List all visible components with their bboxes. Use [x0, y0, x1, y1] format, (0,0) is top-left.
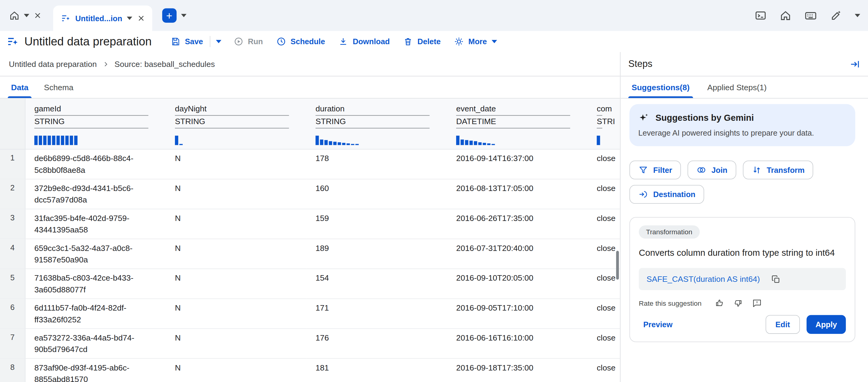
table-cell[interactable]: N — [166, 150, 307, 180]
table-cell[interactable]: 171 — [307, 299, 447, 329]
tab-caret-icon[interactable] — [126, 17, 132, 20]
schedule-button[interactable]: Schedule — [270, 32, 332, 51]
gemini-pen-icon[interactable] — [830, 9, 842, 22]
download-button[interactable]: Download — [332, 32, 397, 51]
collapse-panel-icon[interactable] — [849, 58, 861, 70]
gemini-menu-caret-icon[interactable] — [855, 14, 860, 17]
table-cell[interactable]: close — [588, 359, 620, 382]
table-cell[interactable]: 2016-09-14T16:37:00 — [447, 150, 588, 180]
table-cell[interactable]: close — [588, 209, 620, 239]
editor-tab-untitled[interactable]: Untitled...ion — [53, 5, 152, 31]
table-cell[interactable]: close — [588, 269, 620, 299]
table-row[interactable]: 571638ba5-c803-42ce-b433-3a605d88077fN15… — [0, 269, 620, 299]
run-button[interactable]: Run — [227, 32, 269, 51]
action-destination-button[interactable]: Destination — [629, 185, 704, 204]
table-cell[interactable]: de6b6899-c5d8-466b-88c4-5c8bb0f8ae8a — [25, 150, 166, 180]
suggestion-code-block: SAFE_CAST(duration AS int64) — [639, 268, 846, 290]
table-cell[interactable]: 154 — [307, 269, 447, 299]
column-header[interactable]: event_dateDATETIME — [447, 99, 588, 149]
tab-schema[interactable]: Schema — [36, 76, 82, 98]
cloud-shell-icon[interactable] — [754, 9, 767, 22]
table-cell[interactable]: 6d111b57-fa0b-4f24-82df-ff33a26f0252 — [25, 299, 166, 329]
table-row[interactable]: 331fac395-b4fe-402d-9759-43441395aa58N15… — [0, 209, 620, 239]
table-cell[interactable]: N — [166, 209, 307, 239]
breadcrumb-root[interactable]: Untitled data preparation — [9, 60, 97, 68]
home-tab-close-icon[interactable] — [33, 11, 42, 20]
table-cell[interactable]: 659cc3c1-5a32-4a37-a0c8-91587e50a90a — [25, 239, 166, 269]
table-cell[interactable]: N — [166, 239, 307, 269]
action-join-button[interactable]: Join — [688, 160, 736, 179]
column-histogram-icon[interactable] — [175, 136, 289, 145]
action-transform-button[interactable]: Transform — [743, 160, 813, 179]
delete-button[interactable]: Delete — [397, 32, 447, 51]
save-button[interactable]: Save — [164, 32, 210, 51]
table-cell[interactable]: 2016-09-05T17:10:00 — [447, 299, 588, 329]
table-cell[interactable]: 160 — [307, 180, 447, 210]
table-row[interactable]: 7ea573272-336a-44a5-bd74-90b5d79647cdN17… — [0, 329, 620, 359]
table-cell[interactable]: N — [166, 329, 307, 359]
apply-button[interactable]: Apply — [807, 315, 846, 334]
preview-button[interactable]: Preview — [639, 320, 677, 329]
new-tab-button[interactable]: + — [162, 8, 177, 23]
table-cell[interactable]: close — [588, 239, 620, 269]
tab-close-icon[interactable] — [136, 14, 145, 23]
home-tab-caret-icon[interactable] — [24, 14, 29, 17]
thumb-up-icon[interactable] — [715, 298, 724, 308]
keyboard-icon[interactable] — [804, 9, 817, 22]
column-header[interactable]: dayNightSTRING — [166, 99, 307, 149]
table-cell[interactable]: 2016-06-16T16:10:00 — [447, 329, 588, 359]
table-cell[interactable]: 372b9e8c-d93d-4341-b5c6-dcc57a97d08a — [25, 180, 166, 210]
column-header[interactable]: gameIdSTRING — [25, 99, 166, 149]
column-header[interactable]: durationSTRING — [307, 99, 447, 149]
table-cell[interactable]: 2016-08-13T17:05:00 — [447, 180, 588, 210]
more-button[interactable]: More — [447, 32, 504, 51]
table-cell[interactable]: 189 — [307, 239, 447, 269]
column-histogram-icon[interactable] — [597, 136, 602, 145]
table-cell[interactable]: 176 — [307, 329, 447, 359]
table-cell[interactable]: N — [166, 359, 307, 382]
suggestion-code[interactable]: SAFE_CAST(duration AS int64) — [647, 275, 760, 283]
table-cell[interactable]: ea573272-336a-44a5-bd74-90b5d79647cd — [25, 329, 166, 359]
tab-suggestions[interactable]: Suggestions(8) — [623, 76, 699, 98]
table-row[interactable]: 66d111b57-fa0b-4f24-82df-ff33a26f0252N17… — [0, 299, 620, 329]
home-tab-icon[interactable] — [9, 10, 20, 21]
column-histogram-icon[interactable] — [34, 136, 148, 145]
table-cell[interactable]: 2016-09-10T20:05:00 — [447, 269, 588, 299]
table-cell[interactable]: close — [588, 299, 620, 329]
save-menu-caret[interactable] — [210, 32, 227, 51]
thumb-down-icon[interactable] — [734, 298, 743, 308]
table-cell[interactable]: close — [588, 329, 620, 359]
edit-button[interactable]: Edit — [766, 315, 800, 334]
tab-data[interactable]: Data — [3, 76, 36, 98]
table-cell[interactable]: 71638ba5-c803-42ce-b433-3a605d88077f — [25, 269, 166, 299]
table-row[interactable]: 1de6b6899-c5d8-466b-88c4-5c8bb0f8ae8aN17… — [0, 150, 620, 180]
table-cell[interactable]: 873af90e-d93f-4195-ab6c-8855abd81570 — [25, 359, 166, 382]
table-cell[interactable]: close — [588, 150, 620, 180]
table-cell[interactable]: 181 — [307, 359, 447, 382]
action-filter-button[interactable]: Filter — [629, 160, 681, 179]
table-row[interactable]: 8873af90e-d93f-4195-ab6c-8855abd81570N18… — [0, 359, 620, 382]
table-cell[interactable]: 159 — [307, 209, 447, 239]
new-tab-caret-icon[interactable] — [181, 14, 186, 17]
table-cell[interactable]: N — [166, 180, 307, 210]
copy-icon[interactable] — [771, 274, 780, 284]
tab-applied-steps[interactable]: Applied Steps(1) — [699, 76, 776, 98]
table-cell[interactable]: close — [588, 180, 620, 210]
breadcrumb-source[interactable]: Source: baseball_schedules — [115, 60, 215, 68]
table-row[interactable]: 2372b9e8c-d93d-4341-b5c6-dcc57a97d08aN16… — [0, 180, 620, 210]
table-cell[interactable]: 2016-06-26T17:35:00 — [447, 209, 588, 239]
table-cell[interactable]: 2016-07-31T20:40:00 — [447, 239, 588, 269]
table-cell[interactable]: N — [166, 299, 307, 329]
column-header[interactable]: comSTRI — [588, 99, 620, 149]
column-histogram-icon[interactable] — [456, 136, 570, 145]
feedback-icon[interactable] — [752, 298, 762, 308]
home-icon[interactable] — [779, 9, 792, 22]
table-cell[interactable]: 2016-09-18T17:35:00 — [447, 359, 588, 382]
table-row[interactable]: 4659cc3c1-5a32-4a37-a0c8-91587e50a90aN18… — [0, 239, 620, 269]
table-cell[interactable]: 178 — [307, 150, 447, 180]
column-type: STRING — [34, 116, 148, 128]
column-histogram-icon[interactable] — [316, 136, 430, 145]
table-scrollbar[interactable] — [616, 251, 619, 280]
table-cell[interactable]: N — [166, 269, 307, 299]
table-cell[interactable]: 31fac395-b4fe-402d-9759-43441395aa58 — [25, 209, 166, 239]
